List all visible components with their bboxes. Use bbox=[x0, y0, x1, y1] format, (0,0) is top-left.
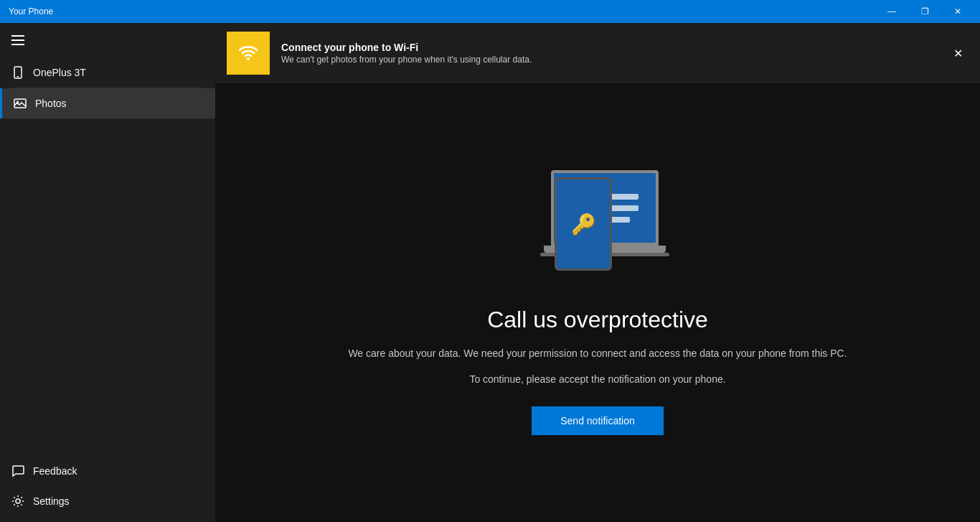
center-content: 🔑 Call us overprotective We care about y… bbox=[215, 83, 980, 522]
sidebar-item-phone[interactable]: OnePlus 3T bbox=[0, 57, 215, 88]
app-title: Your Phone bbox=[9, 6, 53, 17]
wifi-banner-description: We can't get photos from your phone when… bbox=[281, 55, 936, 65]
wifi-banner-close-button[interactable]: ✕ bbox=[948, 44, 969, 63]
settings-icon bbox=[11, 495, 24, 508]
wifi-banner: Connect your phone to Wi-Fi We can't get… bbox=[215, 23, 980, 83]
titlebar-controls: — ❐ ✕ bbox=[875, 0, 974, 23]
sidebar-bottom: Feedback Settings bbox=[0, 456, 215, 522]
wifi-icon-box bbox=[227, 32, 270, 75]
phone-icon bbox=[11, 66, 24, 79]
settings-item[interactable]: Settings bbox=[0, 486, 215, 516]
photos-item-label: Photos bbox=[35, 98, 67, 109]
sidebar-item-photos[interactable]: Photos bbox=[0, 88, 215, 118]
main-heading: Call us overprotective bbox=[487, 307, 708, 333]
content-area: Connect your phone to Wi-Fi We can't get… bbox=[215, 23, 980, 522]
illustration: 🔑 bbox=[512, 170, 684, 278]
main-description-2: To continue, please accept the notificat… bbox=[469, 373, 725, 385]
sidebar: OnePlus 3T Photos Feedback bbox=[0, 23, 215, 522]
settings-label: Settings bbox=[33, 495, 70, 507]
minimize-button[interactable]: — bbox=[875, 0, 908, 23]
feedback-label: Feedback bbox=[33, 465, 77, 477]
keys-icon: 🔑 bbox=[571, 213, 596, 236]
svg-point-4 bbox=[16, 499, 20, 503]
photos-icon bbox=[14, 97, 27, 110]
wifi-icon bbox=[237, 40, 260, 66]
phone-device-illustration: 🔑 bbox=[555, 177, 612, 271]
main-description-1: We care about your data. We need your pe… bbox=[348, 348, 847, 359]
wifi-banner-title: Connect your phone to Wi-Fi bbox=[281, 42, 936, 53]
phone-item-label: OnePlus 3T bbox=[33, 67, 86, 78]
restore-button[interactable]: ❐ bbox=[908, 0, 941, 23]
hamburger-icon bbox=[11, 35, 24, 45]
svg-rect-1 bbox=[17, 76, 19, 78]
titlebar-left: Your Phone bbox=[9, 6, 53, 17]
feedback-item[interactable]: Feedback bbox=[0, 456, 215, 486]
send-notification-button[interactable]: Send notification bbox=[532, 406, 664, 435]
svg-point-5 bbox=[247, 57, 250, 60]
feedback-icon bbox=[11, 465, 24, 477]
main-container: OnePlus 3T Photos Feedback bbox=[0, 23, 980, 522]
wifi-banner-text: Connect your phone to Wi-Fi We can't get… bbox=[281, 42, 936, 65]
hamburger-button[interactable] bbox=[0, 23, 215, 57]
titlebar: Your Phone — ❐ ✕ bbox=[0, 0, 980, 23]
close-button[interactable]: ✕ bbox=[941, 0, 974, 23]
